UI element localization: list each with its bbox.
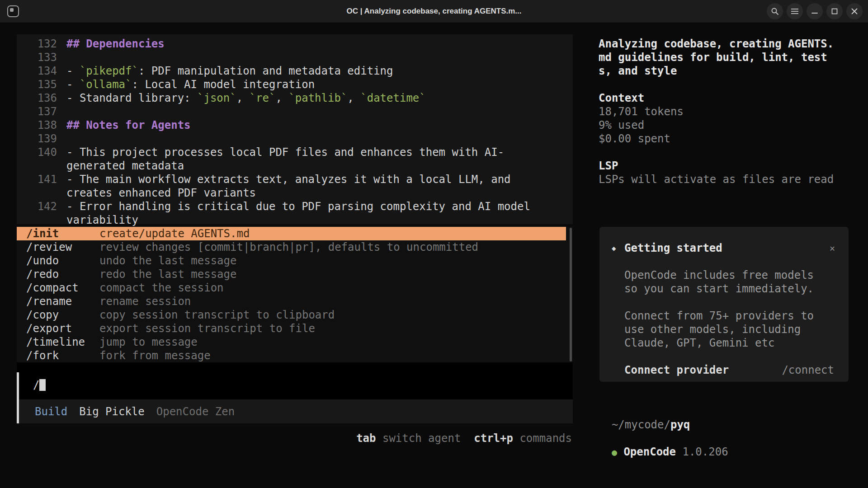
line-content: creates enhanced PDF variants bbox=[66, 186, 256, 200]
app-version-row: ● OpenCode 1.0.206 bbox=[599, 432, 728, 445]
menu-icon[interactable] bbox=[787, 3, 803, 19]
command-list: /initcreate/update AGENTS.md/reviewrevie… bbox=[17, 227, 573, 362]
connect-command: /connect bbox=[782, 363, 834, 377]
editor-line: 135- `ollama`: Local AI model integratio… bbox=[17, 78, 573, 91]
command-description: redo the last message bbox=[99, 267, 236, 281]
line-number: 140 bbox=[17, 145, 57, 159]
agent-tab-opencode-zen[interactable]: OpenCode Zen bbox=[156, 405, 235, 418]
command-name: /export bbox=[26, 322, 99, 335]
palette-scrollbar[interactable] bbox=[570, 228, 572, 361]
command-item-timeline[interactable]: /timelinejump to message bbox=[17, 335, 566, 349]
lsp-section: LSP LSPs will activate as files are read bbox=[599, 159, 852, 186]
agent-tab-build[interactable]: Build bbox=[35, 405, 67, 418]
line-number bbox=[17, 159, 57, 173]
command-item-init[interactable]: /initcreate/update AGENTS.md bbox=[17, 227, 566, 240]
lsp-heading: LSP bbox=[599, 159, 852, 173]
editor-line: 138## Notes for Agents bbox=[17, 118, 573, 132]
command-description: compact the session bbox=[99, 281, 224, 295]
editor-line: 132## Dependencies bbox=[17, 37, 573, 51]
command-name: /undo bbox=[26, 254, 99, 267]
command-item-copy[interactable]: /copycopy session transcript to clipboar… bbox=[17, 308, 566, 322]
command-description: rename session bbox=[99, 295, 191, 308]
session-sidebar: Analyzing codebase, creating AGENTS.md g… bbox=[599, 34, 852, 186]
line-content: - Error handling is critical due to PDF … bbox=[66, 200, 530, 213]
keyboard-hints: tab switch agent ctrl+p commands bbox=[17, 432, 572, 445]
agent-status-bar: BuildBig PickleOpenCode Zen bbox=[17, 399, 573, 423]
card-close-icon[interactable]: ✕ bbox=[830, 241, 835, 255]
terminal-app-icon[interactable] bbox=[7, 5, 19, 17]
command-description: jump to message bbox=[99, 335, 198, 349]
getting-started-title: Getting started bbox=[624, 242, 722, 254]
command-input[interactable]: / bbox=[33, 378, 39, 392]
line-number: 132 bbox=[17, 37, 57, 51]
command-name: /redo bbox=[26, 267, 99, 281]
context-section: Context 18,701 tokens9% used$0.00 spent bbox=[599, 91, 852, 145]
search-icon[interactable] bbox=[767, 3, 783, 19]
file-view[interactable]: 132## Dependencies133134- `pikepdf`: PDF… bbox=[17, 34, 573, 224]
getting-started-body: OpenCode includes free models so you can… bbox=[624, 268, 834, 350]
getting-started-header: ◆ Getting started bbox=[624, 241, 834, 255]
editor-line: 141- The main workflow extracts text, an… bbox=[17, 173, 573, 186]
line-number: 137 bbox=[17, 105, 57, 118]
command-item-export[interactable]: /exportexport session transcript to file bbox=[17, 322, 566, 335]
command-item-review[interactable]: /reviewreview changes [commit|branch|pr]… bbox=[17, 240, 566, 254]
command-item-undo[interactable]: /undoundo the last message bbox=[17, 254, 566, 267]
editor-line: creates enhanced PDF variants bbox=[17, 186, 573, 200]
text-cursor bbox=[39, 379, 46, 391]
command-description: create/update AGENTS.md bbox=[99, 227, 250, 240]
titlebar: OC | Analyzing codebase, creating AGENTS… bbox=[0, 0, 868, 23]
line-number: 134 bbox=[17, 64, 57, 78]
editor-line: 139 bbox=[17, 132, 573, 145]
line-content: - `ollama`: Local AI model integration bbox=[66, 78, 315, 91]
command-item-fork[interactable]: /forkfork from message bbox=[17, 349, 566, 362]
line-number: 135 bbox=[17, 78, 57, 91]
command-item-redo[interactable]: /redoredo the last message bbox=[17, 267, 566, 281]
editor-line: 137 bbox=[17, 105, 573, 118]
context-stat: $0.00 spent bbox=[599, 132, 852, 145]
editor-lines: 132## Dependencies133134- `pikepdf`: PDF… bbox=[17, 37, 573, 227]
status-dot-icon: ● bbox=[612, 447, 617, 458]
close-icon[interactable] bbox=[846, 3, 863, 19]
prompt-accent-bar bbox=[17, 372, 19, 423]
context-stat: 9% used bbox=[599, 118, 852, 132]
line-content: - Standard library: `json`, `re`, `pathl… bbox=[66, 91, 426, 105]
line-number: 141 bbox=[17, 173, 57, 186]
connect-provider-row[interactable]: Connect provider /connect bbox=[624, 363, 834, 377]
line-number bbox=[17, 186, 57, 200]
hint-key: ctrl+p bbox=[474, 432, 513, 445]
context-stat: 18,701 tokens bbox=[599, 105, 852, 118]
line-content: - The main workflow extracts text, analy… bbox=[66, 173, 511, 186]
line-content: ## Notes for Agents bbox=[66, 118, 191, 132]
hint-label: switch agent bbox=[376, 432, 461, 445]
connect-provider-label: Connect provider bbox=[624, 363, 729, 377]
getting-started-paragraph: Connect from 75+ providers to use other … bbox=[624, 309, 820, 350]
minimize-icon[interactable] bbox=[807, 3, 823, 19]
session-title: Analyzing codebase, creating AGENTS.md g… bbox=[599, 37, 834, 78]
getting-started-paragraph: OpenCode includes free models so you can… bbox=[624, 268, 820, 296]
line-content: ## Dependencies bbox=[66, 37, 165, 51]
line-number: 142 bbox=[17, 200, 57, 213]
editor-line: 142- Error handling is critical due to P… bbox=[17, 200, 573, 213]
line-number: 133 bbox=[17, 51, 57, 64]
command-description: review changes [commit|branch|pr], defau… bbox=[99, 240, 478, 254]
prompt-line[interactable]: / bbox=[33, 378, 46, 392]
diamond-icon: ◆ bbox=[612, 242, 616, 255]
hint-key: tab bbox=[356, 432, 376, 445]
window-controls bbox=[767, 3, 863, 19]
maximize-icon[interactable] bbox=[826, 3, 843, 19]
hint-separator bbox=[461, 432, 474, 445]
command-item-compact[interactable]: /compactcompact the session bbox=[17, 281, 566, 295]
command-item-rename[interactable]: /renamerename session bbox=[17, 295, 566, 308]
app-version: 1.0.206 bbox=[682, 446, 728, 458]
prompt-area[interactable]: / bbox=[17, 362, 573, 399]
command-description: export session transcript to file bbox=[99, 322, 315, 335]
editor-line: 134- `pikepdf`: PDF manipulation and met… bbox=[17, 64, 573, 78]
cwd-prefix: ~/mycode/ bbox=[612, 418, 670, 431]
line-number: 138 bbox=[17, 118, 57, 132]
editor-line: generated metadata bbox=[17, 159, 573, 173]
command-description: fork from message bbox=[99, 349, 211, 362]
agent-tab-big-pickle[interactable]: Big Pickle bbox=[79, 405, 145, 418]
line-content: - This project processes local PDF files… bbox=[66, 145, 504, 159]
cwd-name: pyq bbox=[670, 418, 690, 431]
command-description: undo the last message bbox=[99, 254, 236, 267]
